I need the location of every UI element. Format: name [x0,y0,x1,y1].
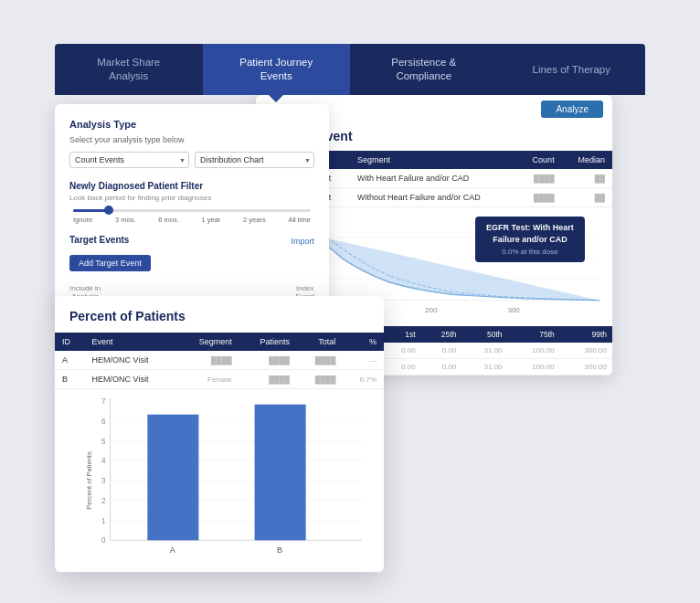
tte-tooltip: EGFR Test: With HeartFailure and/or CAD … [475,217,585,262]
svg-text:4: 4 [101,457,106,465]
row-b-median: ██ [562,188,612,207]
row-b-count: ████ [517,188,562,207]
target-events-title: Target Events [69,235,129,245]
analysis-type-subtitle: Select your analysis type below [69,135,314,144]
pop-row-a-pct: — [343,351,384,370]
bar-b [255,405,306,541]
bar-chart-svg: 0 1 2 3 4 5 6 7 A B [82,398,371,559]
svg-text:3: 3 [101,477,106,485]
svg-text:7: 7 [101,398,106,406]
svg-text:A: A [170,545,176,555]
add-target-button[interactable]: Add Target Event [69,255,151,271]
pop-row-a-segment: ████ [177,351,239,370]
row-a-median: ██ [562,169,612,188]
pop-row-b-id: B [55,370,85,389]
stats-row1-1st: 0.00 [381,343,420,359]
content-area: Analysis Type Select your analysis type … [55,95,645,585]
stats-row2-75th: 100.00 [508,359,560,376]
tte-col-segment: Segment [350,151,517,169]
stats-row2-25th: 0.00 [421,359,462,376]
stats-col-50th: 50th [461,326,507,343]
svg-text:6: 6 [101,418,106,426]
row-a-segment: With Heart Failure and/or CAD [350,169,517,188]
nav-persistence[interactable]: Persistence & Compliance [350,44,498,95]
import-link[interactable]: Import [291,237,314,246]
pop-header-row: ID Event Segment Patients Total % [55,333,384,351]
analyze-button[interactable]: Analyze [541,100,603,118]
pop-table: ID Event Segment Patients Total % A HEM/… [55,333,384,389]
stats-col-1st: 1st [381,326,420,343]
pop-title: Percent of Patients [55,296,384,333]
count-events-select[interactable]: Count Events [69,152,189,168]
pop-col-event: Event [85,333,177,351]
stats-row2-99th: 300.00 [560,359,612,376]
nav-bar: Market Share Analysis Patient Journey Ev… [55,44,645,95]
stats-col-25th: 25th [421,326,462,343]
analysis-type-title: Analysis Type [69,119,314,130]
tooltip-subtitle: 0.0% at this dose [484,247,576,257]
bar-a [147,415,198,541]
pop-row-b-pct: 6.7% [343,370,384,389]
stats-row1-50th: 31.00 [461,343,507,359]
stats-row2-50th: 31.00 [461,359,507,376]
pop-col-pct: % [343,333,384,351]
pop-row-a-total: ████ [297,351,343,370]
slider-thumb[interactable] [104,206,113,215]
svg-text:2: 2 [101,497,106,505]
pop-col-patients: Patients [239,333,297,351]
stats-row1-25th: 0.00 [421,343,462,359]
svg-text:0: 0 [101,536,106,545]
stats-row1-75th: 100.00 [508,343,560,359]
pop-row-b-total: ████ [297,370,343,389]
svg-text:200: 200 [425,307,437,315]
stats-row1-99th: 300.00 [560,343,612,359]
distribution-select-wrapper[interactable]: Distribution Chart [195,152,314,168]
pop-row-a-patients: ████ [239,351,297,370]
pop-col-id: ID [55,333,85,351]
tte-col-median: Median [562,151,612,169]
pop-row-a-id: A [55,351,85,370]
row-b-segment: Without Heart Failure and/or CAD [350,188,517,207]
svg-text:B: B [277,545,282,555]
count-events-select-wrapper[interactable]: Count Events [69,152,189,168]
stats-row2-1st: 0.00 [381,359,420,376]
pop-chart-area: Percent of Patients 0 1 2 3 4 5 6 7 [55,389,384,572]
table-row: B HEM/ONC Visit Female ████ ████ 6.7% [55,370,384,389]
pop-panel: Percent of Patients ID Event Segment Pat… [55,296,384,572]
nav-lines-of-therapy[interactable]: Lines of Therapy [498,44,646,95]
row-a-count: ████ [517,169,562,188]
filter-desc: Look back period for finding prior diagn… [69,194,314,202]
filter-title: Newly Diagnosed Patient Filter [69,181,314,191]
slider-track[interactable] [73,209,311,212]
tte-col-count: Count [517,151,562,169]
svg-text:300: 300 [507,307,519,315]
y-axis-label-text: Percent of Patients [85,451,93,509]
tooltip-title: EGFR Test: With HeartFailure and/or CAD [484,222,576,245]
pop-row-b-segment: Female [177,370,239,389]
stats-col-75th: 75th [508,326,560,343]
pop-row-b-patients: ████ [239,370,297,389]
analysis-select-row: Count Events Distribution Chart [69,152,314,168]
pop-col-segment: Segment [177,333,239,351]
svg-text:1: 1 [101,517,106,525]
pop-row-b-event: HEM/ONC Visit [85,370,177,389]
svg-text:5: 5 [101,438,106,446]
analysis-panel: Analysis Type Select your analysis type … [55,104,329,315]
slider-labels: Ignore 3 mos. 6 mos. 1 year 2 years All … [69,216,314,224]
pop-col-total: Total [297,333,343,351]
table-row: A HEM/ONC Visit ████ ████ ████ — [55,351,384,370]
nav-market-share[interactable]: Market Share Analysis [55,44,203,95]
target-events-header: Target Events Import [69,235,314,248]
distribution-select[interactable]: Distribution Chart [195,152,314,168]
pop-row-a-event: HEM/ONC Visit [85,351,177,370]
nav-patient-journey[interactable]: Patient Journey Events [203,44,351,95]
stats-col-99th: 99th [560,326,612,343]
